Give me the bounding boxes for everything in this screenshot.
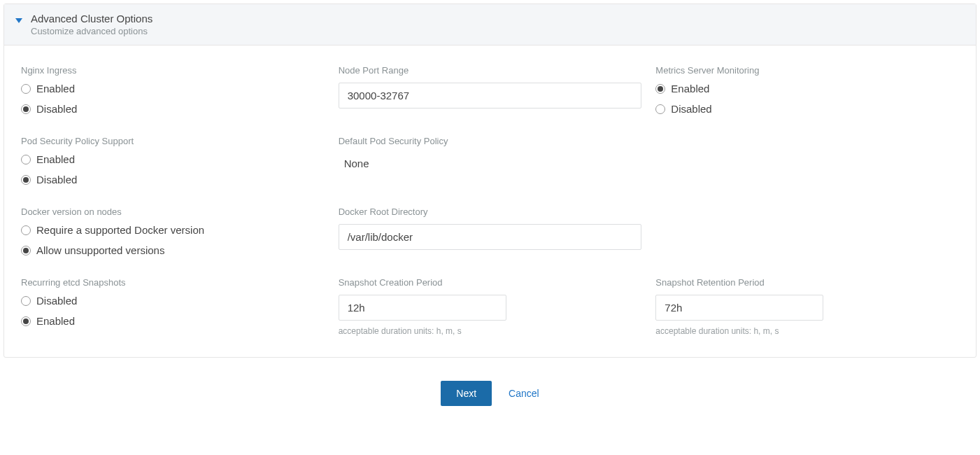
radio-label: Require a supported Docker version bbox=[36, 224, 204, 236]
etcd-enabled-radio[interactable]: Enabled bbox=[21, 315, 325, 327]
nginx-ingress-label: Nginx Ingress bbox=[21, 65, 325, 76]
metrics-server-field: Metrics Server Monitoring Enabled Disabl… bbox=[655, 65, 959, 115]
form-row-4: Recurring etcd Snapshots Disabled Enable… bbox=[21, 277, 959, 336]
snapshot-retention-field: Snapshot Retention Period acceptable dur… bbox=[655, 277, 959, 336]
docker-allow-radio[interactable]: Allow unsupported versions bbox=[21, 244, 325, 256]
snapshot-creation-label: Snapshot Creation Period bbox=[339, 277, 642, 288]
radio-label: Disabled bbox=[36, 174, 77, 186]
radio-label: Enabled bbox=[36, 83, 75, 94]
node-port-range-label: Node Port Range bbox=[339, 65, 642, 76]
pod-security-enabled-radio[interactable]: Enabled bbox=[21, 153, 325, 165]
snapshot-retention-input[interactable] bbox=[655, 295, 823, 321]
advanced-cluster-options-panel: Advanced Cluster Options Customize advan… bbox=[3, 4, 977, 358]
panel-header[interactable]: Advanced Cluster Options Customize advan… bbox=[4, 4, 976, 46]
default-pod-policy-value: None bbox=[339, 153, 642, 169]
radio-icon bbox=[21, 104, 31, 114]
radio-label: Disabled bbox=[671, 103, 711, 115]
snapshot-creation-hint: acceptable duration units: h, m, s bbox=[339, 326, 642, 336]
radio-icon bbox=[655, 84, 665, 94]
docker-require-radio[interactable]: Require a supported Docker version bbox=[21, 224, 325, 236]
form-row-3: Docker version on nodes Require a suppor… bbox=[21, 206, 959, 256]
docker-root-input[interactable] bbox=[339, 224, 642, 250]
pod-security-label: Pod Security Policy Support bbox=[21, 136, 325, 146]
next-button[interactable]: Next bbox=[441, 381, 492, 406]
panel-title: Advanced Cluster Options bbox=[31, 13, 152, 24]
nginx-enabled-radio[interactable]: Enabled bbox=[21, 83, 325, 94]
footer-actions: Next Cancel bbox=[0, 361, 980, 416]
form-row-2: Pod Security Policy Support Enabled Disa… bbox=[21, 136, 959, 186]
docker-root-field: Docker Root Directory bbox=[339, 206, 642, 256]
etcd-snapshots-field: Recurring etcd Snapshots Disabled Enable… bbox=[21, 277, 325, 336]
node-port-range-input[interactable] bbox=[339, 83, 642, 108]
metrics-server-label: Metrics Server Monitoring bbox=[655, 65, 959, 76]
nginx-ingress-field: Nginx Ingress Enabled Disabled bbox=[21, 65, 325, 115]
nginx-ingress-radio-group: Enabled Disabled bbox=[21, 83, 325, 115]
radio-icon bbox=[655, 104, 665, 114]
metrics-enabled-radio[interactable]: Enabled bbox=[655, 83, 959, 94]
node-port-range-field: Node Port Range bbox=[339, 65, 642, 115]
empty-col bbox=[655, 206, 959, 256]
radio-label: Disabled bbox=[36, 103, 77, 115]
radio-icon bbox=[21, 246, 31, 255]
radio-icon bbox=[21, 84, 31, 94]
radio-label: Enabled bbox=[36, 153, 75, 165]
radio-icon bbox=[21, 155, 31, 164]
form-row-1: Nginx Ingress Enabled Disabled Node Port… bbox=[21, 65, 959, 115]
etcd-disabled-radio[interactable]: Disabled bbox=[21, 295, 325, 307]
cancel-button[interactable]: Cancel bbox=[509, 388, 539, 399]
radio-icon bbox=[21, 175, 31, 185]
pod-security-disabled-radio[interactable]: Disabled bbox=[21, 174, 325, 186]
nginx-disabled-radio[interactable]: Disabled bbox=[21, 103, 325, 115]
snapshot-creation-field: Snapshot Creation Period acceptable dura… bbox=[339, 277, 642, 336]
radio-label: Disabled bbox=[36, 295, 77, 307]
disclosure-triangle-icon[interactable] bbox=[15, 18, 22, 23]
panel-body: Nginx Ingress Enabled Disabled Node Port… bbox=[4, 46, 976, 357]
empty-col bbox=[655, 136, 959, 186]
docker-version-field: Docker version on nodes Require a suppor… bbox=[21, 206, 325, 256]
docker-root-label: Docker Root Directory bbox=[339, 206, 642, 217]
snapshot-creation-input[interactable] bbox=[339, 295, 506, 321]
pod-security-radio-group: Enabled Disabled bbox=[21, 153, 325, 186]
etcd-snapshots-label: Recurring etcd Snapshots bbox=[21, 277, 325, 288]
etcd-snapshots-radio-group: Disabled Enabled bbox=[21, 295, 325, 327]
snapshot-retention-hint: acceptable duration units: h, m, s bbox=[655, 326, 959, 336]
docker-version-label: Docker version on nodes bbox=[21, 206, 325, 217]
metrics-disabled-radio[interactable]: Disabled bbox=[655, 103, 959, 115]
pod-security-field: Pod Security Policy Support Enabled Disa… bbox=[21, 136, 325, 186]
radio-icon bbox=[21, 316, 31, 326]
radio-label: Allow unsupported versions bbox=[36, 244, 164, 256]
radio-icon bbox=[21, 296, 31, 306]
metrics-radio-group: Enabled Disabled bbox=[655, 83, 959, 115]
docker-version-radio-group: Require a supported Docker version Allow… bbox=[21, 224, 325, 256]
header-text: Advanced Cluster Options Customize advan… bbox=[31, 13, 152, 36]
default-pod-policy-label: Default Pod Security Policy bbox=[339, 136, 642, 146]
radio-label: Enabled bbox=[36, 315, 75, 327]
radio-icon bbox=[21, 225, 31, 235]
radio-label: Enabled bbox=[671, 83, 709, 94]
panel-subtitle: Customize advanced options bbox=[31, 26, 152, 36]
default-pod-policy-field: Default Pod Security Policy None bbox=[339, 136, 642, 186]
snapshot-retention-label: Snapshot Retention Period bbox=[655, 277, 959, 288]
